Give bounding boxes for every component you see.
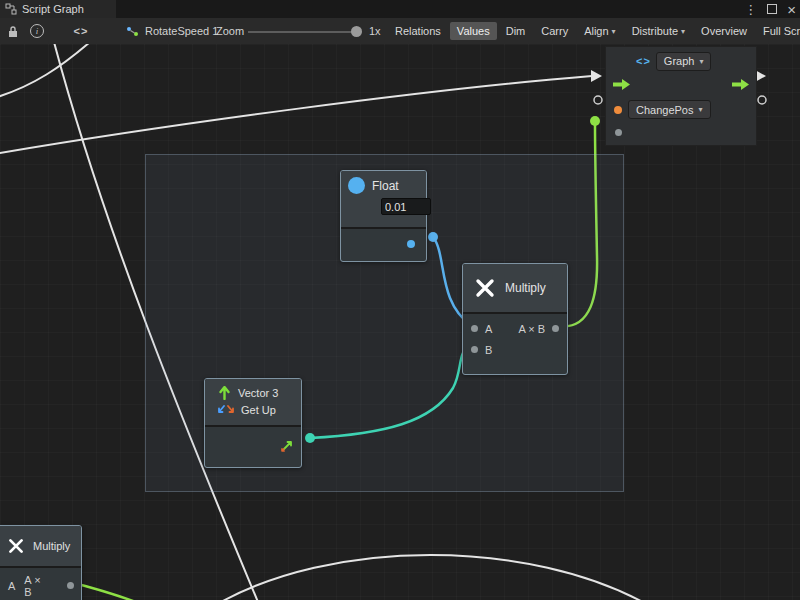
lock-button[interactable] <box>2 18 24 44</box>
graph-asset-icon <box>126 25 139 38</box>
toolbar-button-dim[interactable]: Dim <box>499 22 533 40</box>
zoom-value: 1x <box>369 18 381 44</box>
title-bar: Script Graph ⋮ × <box>0 0 800 18</box>
code-icon: <> <box>74 25 89 37</box>
flow-out-arrow-icon[interactable] <box>732 79 749 90</box>
graph-io-panel[interactable]: <> Graph ▾ ChangePos ▾ <box>605 46 757 146</box>
node-float[interactable]: Float <box>340 170 427 262</box>
port-label-out: A × B <box>518 323 545 335</box>
arrow-up-icon <box>218 386 231 400</box>
lock-icon <box>7 25 19 38</box>
multiply2-output-port[interactable] <box>67 582 74 589</box>
multiply-output-port[interactable] <box>552 325 559 332</box>
flow-in-triangle-icon[interactable] <box>591 70 602 82</box>
port-label-out: A × B <box>24 574 49 598</box>
toolbar-button-values[interactable]: Values <box>450 22 497 40</box>
multiply-input-b-port[interactable] <box>471 346 478 353</box>
graph-canvas[interactable]: Float Multiply A A × B <box>0 44 800 600</box>
flow-in-arrow-icon[interactable] <box>613 79 630 90</box>
multiply-input-a-port[interactable] <box>471 325 478 332</box>
toolbar-button-carry[interactable]: Carry <box>534 22 575 40</box>
toolbar-button-overview[interactable]: Overview <box>694 22 754 40</box>
toolbar-button-align[interactable]: Align ▾ <box>577 22 622 40</box>
multiply-icon <box>475 278 495 298</box>
changepos-input-wire-dot[interactable] <box>590 116 600 126</box>
maximize-icon[interactable] <box>767 4 777 14</box>
menu-icon[interactable]: ⋮ <box>744 3 757 16</box>
code-icon: <> <box>636 55 651 67</box>
vector3-port-icon[interactable] <box>280 439 294 453</box>
port-label-b: B <box>485 344 492 356</box>
node-title: Multiply <box>33 540 70 552</box>
graph-reference-label: RotateSpeed 1 <box>145 25 218 37</box>
window-title: Script Graph <box>22 3 84 15</box>
toolbar-button-distribute[interactable]: Distribute ▾ <box>625 22 692 40</box>
window-tab[interactable]: Script Graph <box>0 0 116 18</box>
edit-graph-button[interactable]: <> <box>66 18 96 44</box>
float-type-icon <box>348 177 365 194</box>
close-icon[interactable]: × <box>787 2 796 17</box>
port-label-a: A <box>485 323 492 335</box>
node-title: Vector 3 <box>238 387 278 399</box>
chevron-down-icon: ▾ <box>699 57 703 66</box>
port-label-a: A <box>8 580 15 592</box>
graph-breadcrumb-dropdown[interactable]: Graph ▾ <box>656 52 712 71</box>
panel-value-port[interactable] <box>615 129 622 136</box>
changepos-dropdown[interactable]: ChangePos ▾ <box>628 100 711 119</box>
graph-reference[interactable]: RotateSpeed 1 <box>126 18 218 44</box>
toolbar-button-fullscreen[interactable]: Full Screen <box>756 22 800 40</box>
float-output-port[interactable] <box>407 240 415 248</box>
value-port-circle-right[interactable] <box>758 96 766 104</box>
value-port-circle-left[interactable] <box>594 96 602 104</box>
node-multiply[interactable]: Multiply A A × B B <box>462 263 568 375</box>
node-title: Multiply <box>505 281 546 295</box>
chevron-down-icon: ▾ <box>612 27 616 36</box>
chevron-down-icon: ▾ <box>681 27 685 36</box>
changepos-input-port[interactable] <box>614 106 622 114</box>
wire-white-topleft[interactable] <box>0 44 90 98</box>
wire-white-to-graph-input[interactable] <box>0 76 592 154</box>
node-multiply-2[interactable]: Multiply A A × B <box>0 525 82 600</box>
float-value-input[interactable] <box>381 198 431 215</box>
node-get-up[interactable]: Vector 3 Get Up <box>204 378 302 468</box>
unity-window: Script Graph ⋮ × i <> RotateS <box>0 0 800 600</box>
multiply-icon <box>8 538 24 554</box>
node-subtitle: Get Up <box>241 404 276 416</box>
zoom-slider-track[interactable] <box>248 31 362 33</box>
toolbar: i <> RotateSpeed 1 Zoom 1x Relations Val… <box>0 18 800 45</box>
toolbar-button-relations[interactable]: Relations <box>388 22 448 40</box>
transform-icon <box>218 404 234 416</box>
wire-white-bottom-arc[interactable] <box>214 555 650 600</box>
info-icon: i <box>30 24 44 38</box>
zoom-label: Zoom <box>216 18 244 44</box>
script-graph-icon <box>5 3 17 15</box>
node-title: Float <box>372 179 399 193</box>
zoom-slider-knob[interactable] <box>351 26 362 37</box>
chevron-down-icon: ▾ <box>699 105 703 114</box>
inspect-button[interactable]: i <box>26 18 48 44</box>
